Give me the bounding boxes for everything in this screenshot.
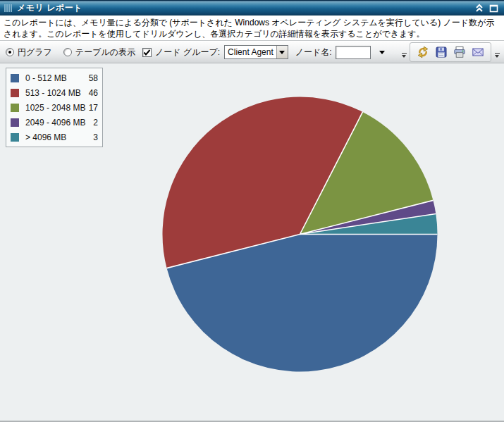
legend-count: 2 (85, 118, 98, 128)
node-name-label: ノード名: (295, 46, 332, 58)
table-view-radio-label: テーブルの表示 (75, 46, 135, 58)
node-group-dropdown-button[interactable] (276, 46, 288, 58)
legend-count: 46 (84, 88, 98, 98)
checkmark-icon (143, 49, 151, 56)
report-description: このレポートには、メモリ量による分類で (サポートされた Windows オペレ… (0, 15, 504, 41)
pie-chart-radio-label: 円グラフ (18, 46, 52, 58)
collapse-chevrons-icon[interactable] (474, 3, 484, 13)
chevron-down-icon (379, 51, 385, 54)
toolbar: 円グラフ テーブルの表示 ノード グループ: Client Agent ノード名… (0, 41, 504, 63)
window-title-bar: メモリ レポート (0, 0, 504, 15)
table-view-radio[interactable] (63, 48, 72, 56)
chart-area: 0 - 512 MB58513 - 1024 MB461025 - 2048 M… (0, 63, 504, 422)
legend-item-1[interactable]: 513 - 1024 MB46 (11, 85, 98, 100)
legend-item-4[interactable]: > 4096 MB3 (11, 130, 98, 144)
toolbar-overflow-button[interactable] (400, 44, 408, 61)
legend-item-2[interactable]: 1025 - 2048 MB17 (11, 100, 98, 115)
legend-item-0[interactable]: 0 - 512 MB58 (11, 70, 98, 85)
legend-label: 513 - 1024 MB (25, 88, 84, 98)
chevron-down-icon (279, 51, 285, 54)
legend-label: > 4096 MB (25, 132, 84, 142)
chevron-down-icon (402, 55, 406, 58)
node-group-selected-value: Client Agent (225, 46, 276, 58)
legend-label: 2049 - 4096 MB (25, 118, 85, 128)
legend-swatch (11, 118, 19, 127)
legend-label: 0 - 512 MB (25, 73, 84, 83)
legend-count: 17 (85, 103, 98, 113)
chart-legend: 0 - 512 MB58513 - 1024 MB461025 - 2048 M… (6, 68, 103, 147)
page-title: メモリ レポート (17, 2, 82, 14)
node-group-checkbox[interactable] (142, 48, 152, 57)
legend-label: 1025 - 2048 MB (25, 103, 85, 113)
pie-chart-radio[interactable] (6, 48, 14, 56)
save-icon[interactable] (434, 45, 448, 59)
toolbar-overflow-button-right[interactable] (493, 44, 501, 61)
toolbar-icon-panel (410, 42, 491, 62)
legend-swatch (11, 74, 19, 82)
legend-swatch (11, 104, 19, 112)
node-group-label: ノード グループ: (155, 46, 220, 58)
maximize-icon[interactable] (489, 4, 498, 13)
node-group-select[interactable]: Client Agent (224, 45, 288, 59)
legend-count: 58 (84, 73, 98, 83)
refresh-icon[interactable] (416, 45, 430, 59)
legend-count: 3 (84, 132, 98, 142)
legend-swatch (11, 89, 19, 97)
node-name-input[interactable] (336, 46, 371, 59)
node-name-dropdown-button[interactable] (379, 51, 385, 54)
legend-swatch (11, 133, 19, 142)
chevron-down-icon (495, 55, 499, 58)
grip-icon (4, 4, 12, 12)
legend-item-3[interactable]: 2049 - 4096 MB2 (11, 115, 98, 130)
report-window: メモリ レポート このレポートには、メモリ量による分類で (サポートされた Wi… (0, 0, 504, 422)
print-icon[interactable] (453, 45, 467, 59)
email-icon[interactable] (471, 45, 485, 59)
